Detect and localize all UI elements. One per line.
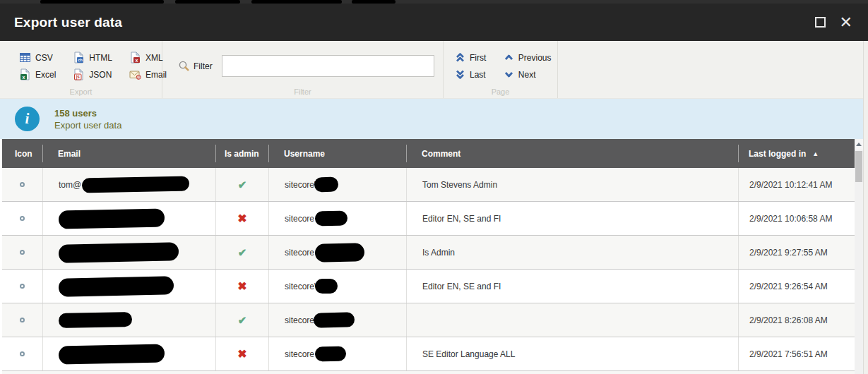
scroll-up-arrow-icon[interactable]: [855, 139, 863, 150]
info-subtitle: Export user data: [54, 120, 121, 131]
filter-input[interactable]: [222, 55, 434, 77]
column-header-icon[interactable]: Icon: [2, 139, 42, 168]
vertical-scrollbar[interactable]: [855, 139, 863, 374]
table-row[interactable]: ✖ sitecore SE Editor Language ALL 2/9/20…: [2, 337, 855, 371]
user-count-text: 158 users: [54, 108, 121, 119]
user-icon: [20, 250, 25, 255]
button-label: XML: [145, 53, 163, 63]
svg-text:ch: ch: [78, 58, 83, 62]
button-label: Excel: [35, 70, 56, 80]
email-icon: @: [129, 68, 141, 80]
comment-text: Tom Stevens Admin: [422, 180, 497, 190]
is-admin-mark: ✔: [238, 247, 247, 258]
redacted-email: [59, 312, 132, 328]
xml-icon: x: [129, 52, 141, 64]
comment-text: Is Admin: [422, 248, 455, 258]
redacted-email: [59, 276, 174, 296]
page-next-button[interactable]: Next: [504, 69, 557, 80]
export-json-button[interactable]: js JSON: [73, 68, 112, 80]
info-bar: i 158 users Export user data: [0, 99, 868, 139]
redacted-email: [59, 208, 165, 229]
last-logged-in-text: 2/9/2021 10:12:41 AM: [749, 180, 832, 190]
user-icon: [20, 318, 25, 322]
close-icon: ✕: [840, 15, 852, 30]
group-label-export: Export: [0, 88, 162, 96]
user-icon: [20, 284, 25, 289]
button-label: First: [470, 53, 486, 63]
username-text: sitecore: [285, 248, 314, 258]
button-label: CSV: [35, 53, 53, 63]
comment-text: Editor EN, SE and FI: [422, 214, 501, 224]
page-last-button[interactable]: Last: [455, 69, 492, 80]
table-header-row: Icon Email Is admin Username Comment Las…: [2, 139, 855, 168]
username-text: sitecore: [285, 349, 314, 359]
info-icon: i: [15, 107, 40, 131]
redaction-mark: [251, 0, 342, 4]
window-controls: ✕: [815, 15, 852, 30]
svg-text:js: js: [76, 74, 81, 80]
table-row[interactable]: ✖ sitecore Editor EN, SE and FI 2/9/2021…: [2, 202, 855, 236]
button-label: HTML: [89, 53, 112, 63]
chevron-down-icon: [504, 69, 514, 80]
export-xml-button[interactable]: x XML: [129, 52, 167, 64]
last-logged-in-text: 2/9/2021 9:26:54 AM: [749, 282, 828, 291]
table-row[interactable]: ✖ sitecore\ Editor EN, SE and FI 2/9/202…: [2, 270, 855, 303]
column-header-email[interactable]: Email: [42, 139, 215, 168]
redacted-username: [315, 243, 365, 262]
dialog-right-edge: [863, 41, 868, 374]
ribbon-group-export: CSV x Excel ch HTML js JSON x XML @ Emai…: [0, 41, 162, 98]
group-label-page: Page: [444, 88, 557, 96]
svg-text:x: x: [136, 58, 138, 63]
export-email-button[interactable]: @ Email: [129, 68, 167, 80]
button-label: Next: [518, 70, 536, 80]
ribbon-group-page: First Last Previous Next Page: [444, 41, 558, 98]
export-csv-button[interactable]: CSV: [19, 52, 56, 64]
column-header-comment[interactable]: Comment: [406, 139, 738, 168]
redacted-username: [315, 346, 346, 362]
redacted-email: [82, 176, 189, 193]
filter-field-label: Filter: [194, 61, 213, 71]
column-header-username[interactable]: Username: [268, 139, 406, 168]
svg-text:@: @: [136, 75, 140, 79]
redaction-mark: [352, 0, 396, 4]
table-row[interactable]: ✔ sitecore 2/9/2021 8:26:08 AM: [2, 303, 855, 337]
ribbon-group-filter: Filter Filter: [162, 41, 444, 98]
user-icon: [20, 182, 25, 187]
table-row[interactable]: tom@ ✔ sitecore\ Tom Stevens Admin 2/9/2…: [2, 168, 855, 202]
button-label: Last: [470, 70, 486, 80]
export-excel-button[interactable]: x Excel: [19, 68, 56, 80]
username-text: sitecore: [285, 214, 314, 224]
is-admin-mark: ✔: [238, 315, 247, 325]
dialog-titlebar: Export user data ✕: [0, 4, 868, 41]
redaction-mark: [175, 0, 240, 4]
column-header-is-admin[interactable]: Is admin: [215, 139, 268, 168]
ribbon-toolbar: CSV x Excel ch HTML js JSON x XML @ Emai…: [0, 41, 868, 99]
button-label: JSON: [89, 70, 112, 80]
csv-icon: [19, 52, 31, 64]
redacted-username: [314, 177, 338, 193]
page-previous-button[interactable]: Previous: [504, 52, 557, 63]
double-chevron-down-icon: [455, 69, 465, 80]
maximize-button[interactable]: [815, 17, 826, 28]
user-icon: [20, 216, 25, 221]
is-admin-mark: ✖: [237, 213, 246, 224]
close-button[interactable]: ✕: [840, 15, 852, 30]
html-icon: ch: [73, 52, 85, 64]
redacted-username: [315, 211, 347, 227]
ribbon-empty-area: [558, 41, 868, 98]
users-table: Icon Email Is admin Username Comment Las…: [2, 139, 855, 374]
export-html-button[interactable]: ch HTML: [73, 52, 112, 64]
page-first-button[interactable]: First: [455, 52, 492, 63]
sort-ascending-icon: ▲: [812, 150, 819, 157]
table-row[interactable]: ✔ sitecore Is Admin 2/9/2021 9:27:55 AM: [2, 236, 855, 270]
last-logged-in-text: 2/9/2021 9:27:55 AM: [749, 248, 828, 258]
username-text: sitecore: [285, 315, 314, 325]
json-icon: js: [73, 68, 85, 80]
scrollbar-thumb[interactable]: [855, 151, 862, 182]
background-page-sliver: [0, 0, 868, 4]
column-header-last-logged-in[interactable]: Last logged in▲: [738, 139, 855, 168]
dialog-title: Export user data: [14, 15, 122, 30]
username-text: sitecore\: [285, 180, 316, 190]
maximize-icon: [815, 17, 826, 28]
redacted-email: [59, 344, 165, 364]
